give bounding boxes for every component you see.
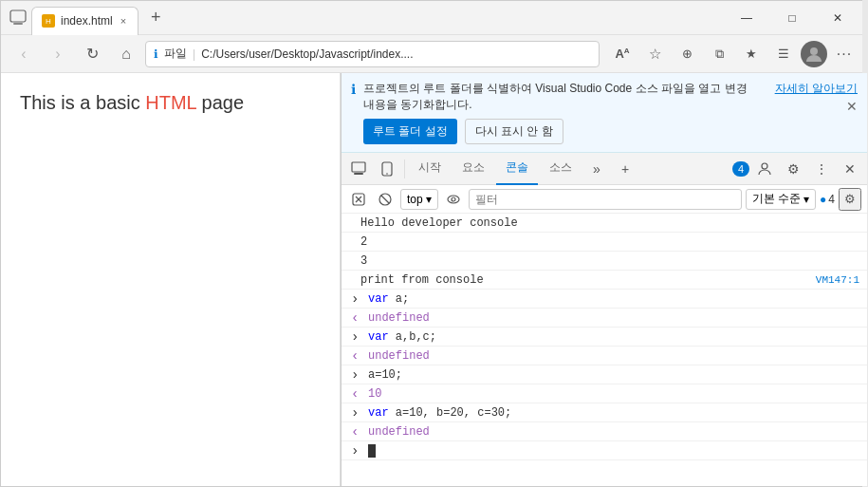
address-protocol: 파일	[164, 46, 187, 62]
address-path: C:/Users/user/Desktop/Javascript/index..…	[201, 47, 413, 61]
inspect-element-button[interactable]	[345, 156, 372, 182]
eye-button[interactable]	[442, 188, 465, 211]
console-text-8: undefined	[368, 349, 430, 363]
console-block-button[interactable]	[374, 188, 397, 211]
page-title-suffix: page	[196, 92, 244, 113]
info-close-button[interactable]: ✕	[846, 99, 858, 114]
context-dropdown[interactable]: top ▾	[400, 189, 438, 210]
navigation-bar: ‹ › ↻ ⌂ ℹ 파일 | C:/Users/user/Desktop/Jav…	[1, 35, 867, 73]
console-output[interactable]: Hello developer console 2 3 print from c…	[342, 214, 867, 486]
info-banner-text2: 내용을 동기화합니다.	[363, 97, 767, 113]
log-level-icon: ▾	[803, 193, 809, 206]
devtools-panel: ℹ 프로젝트의 루트 폴더를 식별하여 Visual Studio Code 소…	[341, 73, 867, 486]
profile-avatar[interactable]	[801, 41, 827, 67]
console-line-6: undefined	[342, 309, 867, 328]
tab-close-button[interactable]: ×	[119, 13, 128, 28]
close-devtools-button[interactable]: ✕	[837, 156, 863, 182]
close-button[interactable]: ✕	[816, 3, 859, 33]
console-text-7-var: var	[368, 330, 389, 344]
page-title: This is a basic HTML page	[20, 92, 321, 114]
address-bar[interactable]: ℹ 파일 | C:/Users/user/Desktop/Javascript/…	[145, 41, 600, 67]
browser-tab[interactable]: H index.html ×	[31, 7, 139, 35]
info-banner: ℹ 프로젝트의 루트 폴더를 식별하여 Visual Studio Code 소…	[342, 73, 867, 153]
log-level-dropdown[interactable]: 기본 수준 ▾	[746, 189, 816, 210]
context-label: top	[407, 193, 423, 206]
nav-right-buttons: AA ☆ ⊕ ⧉ ★ ☰ ···	[607, 39, 859, 69]
menu-button[interactable]: ···	[829, 39, 859, 69]
tab-favicon: H	[42, 14, 55, 28]
page-title-prefix: This is a basic	[20, 92, 145, 113]
svg-point-7	[762, 163, 767, 169]
forward-button[interactable]: ›	[43, 39, 73, 69]
svg-point-6	[386, 173, 388, 175]
toolbar-separator	[404, 159, 405, 178]
home-button[interactable]: ⌂	[111, 39, 141, 69]
log-line-4: print from console VM147:1	[360, 273, 859, 287]
svg-point-13	[448, 196, 459, 203]
address-info-icon: ℹ	[154, 47, 158, 61]
tab-sources[interactable]: 소스	[540, 153, 582, 185]
console-line-8: undefined	[342, 347, 867, 365]
back-button[interactable]: ‹	[9, 39, 39, 69]
console-text-3: 3	[360, 254, 367, 268]
root-folder-button[interactable]: 루트 폴더 설정	[363, 119, 457, 144]
svg-point-14	[452, 197, 455, 201]
errors-badge: 4	[732, 161, 749, 177]
tab-elements[interactable]: 요소	[452, 153, 494, 185]
title-bar-left: H index.html × +	[9, 1, 169, 35]
console-settings-button[interactable]: ⚙	[839, 188, 861, 211]
more-options-button[interactable]: ⋮	[808, 156, 835, 182]
favorites-button[interactable]: ★	[736, 39, 766, 69]
console-text-11-var: var	[368, 406, 389, 420]
svg-rect-4	[354, 173, 363, 175]
address-divider: |	[193, 47, 195, 61]
info-banner-text1: 프로젝트의 루트 폴더를 식별하여 Visual Studio Code 소스 …	[363, 81, 767, 97]
minimize-button[interactable]: —	[725, 3, 768, 33]
info-banner-content: 프로젝트의 루트 폴더를 식별하여 Visual Studio Code 소스 …	[363, 81, 767, 144]
console-text-6: undefined	[368, 311, 430, 325]
tab-start[interactable]: 시작	[409, 153, 451, 185]
browser-window: H index.html × + — □ ✕ ‹ › ↻ ⌂ ℹ 파일 | C:…	[0, 0, 868, 487]
svg-line-12	[381, 196, 389, 203]
context-dropdown-icon: ▾	[426, 193, 432, 206]
learn-more-link[interactable]: 자세히 알아보기	[775, 81, 858, 97]
content-area: This is a basic HTML page ℹ 프로젝트의 루트 폴더를…	[1, 73, 867, 486]
svg-rect-1	[13, 23, 23, 25]
dismiss-button[interactable]: 다시 표시 안 함	[465, 119, 563, 144]
more-tabs-button[interactable]: »	[583, 156, 610, 182]
window-controls: — □ ✕	[725, 3, 859, 33]
devtools-settings-button[interactable]: ⚙	[780, 156, 806, 182]
console-filter-input[interactable]	[469, 189, 742, 210]
translate-button[interactable]: AA	[607, 39, 637, 69]
add-tab-button[interactable]: +	[612, 156, 638, 182]
extension-button[interactable]: ⊕	[672, 39, 702, 69]
browser-icon	[9, 9, 28, 28]
console-filter-button[interactable]	[347, 188, 370, 211]
console-line-2: 2	[342, 233, 867, 252]
console-badge-container: ● 4	[820, 193, 835, 206]
bookmark-button[interactable]: ☆	[639, 39, 670, 69]
console-input-line[interactable]	[342, 441, 867, 460]
svg-rect-3	[352, 162, 365, 172]
new-tab-button[interactable]: +	[142, 5, 169, 31]
console-count-badge: 4	[828, 193, 835, 206]
tab-console[interactable]: 콘솔	[496, 153, 538, 185]
info-icon: ℹ	[351, 82, 356, 97]
refresh-button[interactable]: ↻	[77, 39, 107, 69]
svg-rect-0	[10, 10, 26, 22]
page-content: This is a basic HTML page	[1, 73, 341, 486]
console-text-9: a=10;	[368, 368, 402, 382]
console-text-2: 2	[360, 235, 367, 249]
devtools-toolbar: 시작 요소 콘솔 소스 » + 4 ⚙ ⋮ ✕	[342, 153, 867, 185]
console-line-10: 10	[342, 384, 867, 403]
console-line-3: 3	[342, 252, 867, 271]
console-text-12: undefined	[368, 425, 430, 439]
collections-button[interactable]: ☰	[768, 39, 799, 69]
info-banner-buttons: 루트 폴더 설정 다시 표시 안 함	[363, 119, 767, 144]
maximize-button[interactable]: □	[770, 3, 814, 33]
console-text-4: print from console	[360, 273, 484, 287]
device-emulation-button[interactable]	[374, 156, 400, 182]
console-line-5: var a;	[342, 290, 867, 309]
profile-icon-button[interactable]	[751, 156, 778, 182]
split-button[interactable]: ⧉	[704, 39, 734, 69]
